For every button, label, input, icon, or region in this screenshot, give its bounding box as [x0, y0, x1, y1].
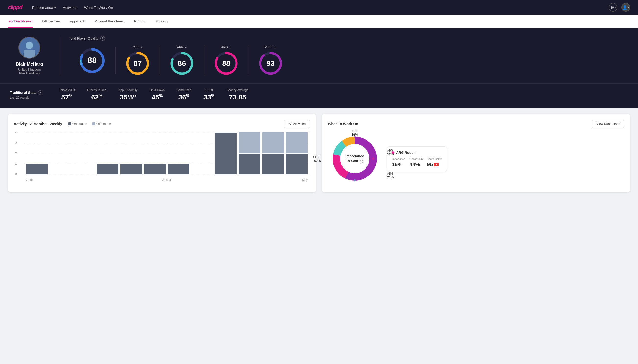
- stat-fairways-hit: Fairways Hit 57%: [59, 88, 75, 101]
- view-dashboard-button[interactable]: View Dashboard: [592, 120, 624, 128]
- tab-my-dashboard[interactable]: My Dashboard: [8, 15, 33, 28]
- x-label-2: 28 Mar: [162, 178, 171, 182]
- top-nav: clippd Performance ▾ Activities What To …: [0, 0, 638, 15]
- tab-putting[interactable]: Putting: [134, 15, 146, 28]
- add-button[interactable]: ⊕ ▾: [609, 3, 617, 12]
- tab-scoring[interactable]: Scoring: [155, 15, 168, 28]
- tabs-bar: My Dashboard Off the Tee Approach Around…: [0, 15, 638, 28]
- bar-group-7: [191, 174, 213, 174]
- on-course-bar: [263, 154, 284, 174]
- svg-text:88: 88: [222, 59, 230, 67]
- cards-row: Activity - 3 Months - Weekly On course O…: [0, 108, 638, 198]
- svg-text:93: 93: [266, 59, 274, 67]
- putt-donut-label: PUTT 57%: [313, 156, 321, 163]
- arg-metrics: Importance 16% Opportunity 44% Shot Qual…: [392, 158, 442, 168]
- tab-around-the-green[interactable]: Around the Green: [95, 15, 125, 28]
- ott-label: OTT ↗: [133, 46, 142, 49]
- nav-what-to-work-on[interactable]: What To Work On: [84, 5, 113, 10]
- on-course-bar: [26, 164, 48, 174]
- bar-group-3: [97, 164, 119, 174]
- tab-off-the-tee[interactable]: Off the Tee: [42, 15, 61, 28]
- nav-links: Performance ▾ Activities What To Work On: [32, 5, 599, 10]
- what-to-work-on-card: What To Work On View Dashboard: [322, 114, 630, 192]
- bar-group-5: [144, 164, 166, 174]
- chart-header: Activity - 3 Months - Weekly On course O…: [14, 120, 310, 128]
- player-info: Blair McHarg United Kingdom Plus Handica…: [10, 37, 49, 75]
- svg-point-33: [372, 158, 374, 160]
- shot-quality-badge: ▼: [434, 163, 439, 166]
- trad-stats-title: Traditional Stats ? Last 20 rounds: [10, 90, 44, 99]
- chart-legend: On course Off course: [68, 122, 111, 126]
- arg-donut-label: ARG 21%: [387, 172, 394, 179]
- stat-sand-save: Sand Save 36%: [177, 88, 191, 101]
- stat-scoring-average: Scoring Average 73.85: [227, 88, 248, 101]
- chevron-down-icon: ▾: [54, 5, 56, 10]
- avatar: [18, 37, 40, 59]
- svg-point-1: [26, 42, 33, 49]
- arg-label: ARG ↗: [221, 46, 231, 49]
- legend-off-course: Off course: [92, 122, 111, 126]
- user-icon: 👤: [622, 5, 627, 10]
- bar-group-4: [120, 164, 142, 174]
- trad-stats-list: Fairways Hit 57% Greens In Reg 62% App. …: [59, 88, 628, 101]
- hero-section: Blair McHarg United Kingdom Plus Handica…: [0, 28, 638, 83]
- help-icon[interactable]: ?: [100, 36, 105, 40]
- wtwo-title: What To Work On: [328, 122, 358, 126]
- donut-chart: Importance To Scoring: [328, 132, 382, 186]
- putt-ring: PUTT ↗ 93: [249, 46, 293, 76]
- bar-group-8: [215, 133, 237, 174]
- stats-title: Total Player Quality ?: [69, 36, 628, 40]
- bar-group-6: [168, 164, 189, 174]
- trend-icon: ↗: [229, 46, 231, 49]
- ott-ring: OTT ↗ 87: [116, 46, 160, 76]
- stat-up-down: Up & Down 45%: [150, 88, 164, 101]
- chevron-down-icon-small: ▾: [614, 6, 616, 9]
- arg-ring: ARG ↗ 88: [204, 46, 249, 76]
- on-course-bar: [97, 164, 119, 174]
- score-rings: 88 OTT ↗ 87: [69, 46, 628, 76]
- app-label: APP ↗: [177, 46, 187, 49]
- bar-group-1: [50, 174, 72, 174]
- tab-approach[interactable]: Approach: [69, 15, 86, 28]
- arg-card-title: ARG Rough: [392, 150, 442, 154]
- all-activities-button[interactable]: All Activities: [284, 120, 310, 128]
- legend-on-course: On course: [68, 122, 87, 126]
- player-country: United Kingdom: [18, 68, 41, 72]
- stat-greens-in-reg: Greens In Reg 62%: [87, 88, 106, 101]
- user-menu-button[interactable]: 👤 ▾: [621, 3, 630, 12]
- nav-performance[interactable]: Performance ▾: [32, 5, 56, 10]
- x-axis: 7 Feb 28 Mar 9 May: [24, 178, 310, 182]
- nav-right: ⊕ ▾ 👤 ▾: [609, 3, 630, 12]
- svg-point-19: [225, 52, 228, 54]
- svg-point-23: [269, 52, 272, 54]
- on-course-bar: [239, 154, 261, 174]
- player-name: Blair McHarg: [16, 62, 43, 67]
- trend-icon: ↗: [140, 46, 142, 49]
- putt-label: PUTT ↗: [265, 46, 276, 49]
- ott-donut-label: OTT 10%: [351, 129, 358, 137]
- svg-text:87: 87: [133, 59, 141, 67]
- on-course-bar: [144, 164, 166, 174]
- player-handicap: Plus Handicap: [19, 72, 40, 75]
- wtwo-content: Importance To Scoring OTT 10% APP 12%: [328, 132, 624, 186]
- trend-icon: ↗: [274, 46, 276, 49]
- on-course-bar: [120, 164, 142, 174]
- off-course-bar: [263, 132, 284, 153]
- chevron-down-icon-user: ▾: [628, 6, 629, 9]
- svg-rect-3: [24, 50, 35, 59]
- svg-text:To Scoring: To Scoring: [346, 159, 364, 163]
- svg-text:86: 86: [178, 59, 186, 67]
- bar-group-9: [239, 132, 261, 174]
- trad-help-icon[interactable]: ?: [38, 90, 42, 95]
- svg-point-11: [136, 52, 139, 54]
- svg-text:88: 88: [87, 56, 97, 65]
- on-course-bar: [215, 133, 237, 174]
- x-label-1: 7 Feb: [26, 178, 34, 182]
- main-score-ring: 88: [69, 47, 116, 74]
- logo: clippd: [8, 4, 22, 10]
- off-course-bar: [239, 132, 261, 153]
- stat-app-proximity: App. Proximity 35'5": [118, 88, 137, 101]
- nav-activities[interactable]: Activities: [63, 5, 77, 10]
- wtwo-header: What To Work On View Dashboard: [328, 120, 624, 128]
- bar-group-2: [73, 174, 95, 174]
